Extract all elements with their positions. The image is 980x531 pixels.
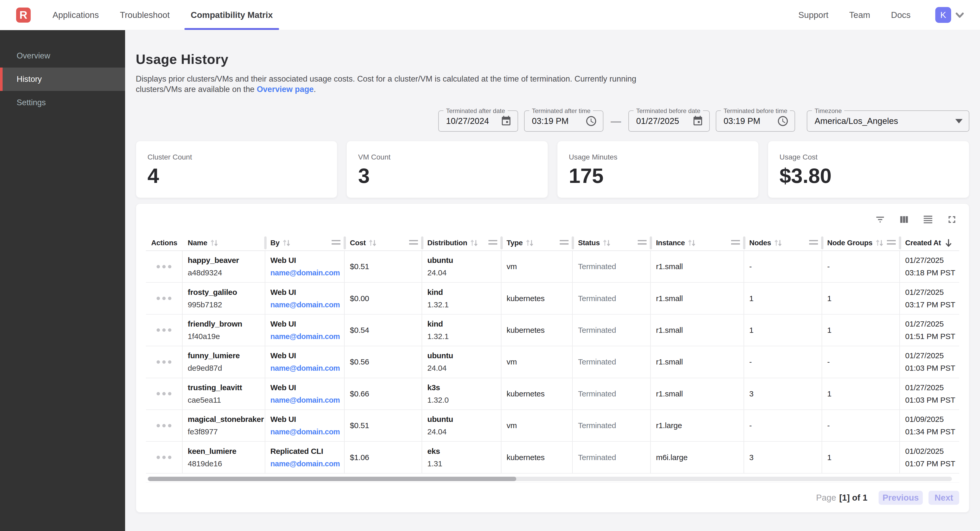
terminated-after-date-field[interactable]: Terminated after date 10/27/2024 xyxy=(438,110,518,132)
created-by-email-link[interactable]: name@domain.com xyxy=(270,426,344,438)
column-menu-icon[interactable] xyxy=(887,240,896,246)
terminated-before-time-value[interactable]: 03:19 PM xyxy=(716,116,760,126)
column-separator[interactable] xyxy=(572,236,574,249)
filter-icon[interactable] xyxy=(874,213,886,226)
sort-icon[interactable] xyxy=(525,238,535,248)
terminated-after-time-value[interactable]: 03:19 PM xyxy=(525,116,568,126)
terminated-before-date-field[interactable]: Terminated before date 01/27/2025 xyxy=(628,110,710,132)
columns-icon[interactable] xyxy=(898,213,910,226)
horizontal-scrollbar-track[interactable] xyxy=(148,477,952,481)
terminated-after-date-value[interactable]: 10/27/2024 xyxy=(439,116,489,126)
cluster-id: 4819de16 xyxy=(188,458,265,470)
column-header-cost[interactable]: Cost xyxy=(345,235,422,250)
calendar-icon[interactable] xyxy=(692,115,703,127)
row-actions-menu-icon[interactable] xyxy=(157,297,172,300)
column-separator[interactable] xyxy=(650,236,652,249)
clock-icon[interactable] xyxy=(585,115,597,127)
column-header-instance[interactable]: Instance xyxy=(651,235,744,250)
column-separator[interactable] xyxy=(264,236,267,249)
sort-icon[interactable] xyxy=(773,238,783,248)
column-header-distribution[interactable]: Distribution xyxy=(422,235,501,250)
fullscreen-icon[interactable] xyxy=(946,213,958,226)
column-header-by[interactable]: By xyxy=(265,235,345,250)
timezone-label: Timezone xyxy=(812,107,844,114)
sidebar-item-settings[interactable]: Settings xyxy=(0,91,125,114)
nav-link-team[interactable]: Team xyxy=(849,10,870,20)
sort-icon[interactable] xyxy=(602,238,612,248)
created-by-email-link[interactable]: name@domain.com xyxy=(270,298,344,311)
nav-tab-troubleshoot[interactable]: Troubleshoot xyxy=(114,0,176,30)
sort-icon[interactable] xyxy=(368,238,378,248)
cell-status: Terminated xyxy=(573,378,651,409)
column-header-actions[interactable]: Actions xyxy=(146,235,183,250)
chevron-down-icon[interactable] xyxy=(955,10,965,20)
sort-icon[interactable] xyxy=(687,238,697,248)
column-header-label: Cost xyxy=(350,239,366,247)
created-by-email-link[interactable]: name@domain.com xyxy=(270,266,344,279)
column-menu-icon[interactable] xyxy=(731,240,740,246)
column-separator[interactable] xyxy=(743,236,745,249)
nav-tab-compatibility-matrix[interactable]: Compatibility Matrix xyxy=(185,0,279,30)
row-actions-menu-icon[interactable] xyxy=(157,328,172,332)
timezone-value[interactable]: America/Los_Angeles xyxy=(807,116,898,126)
terminated-before-time-field[interactable]: Terminated before time 03:19 PM xyxy=(716,110,795,132)
column-menu-icon[interactable] xyxy=(332,240,340,246)
row-actions-menu-icon[interactable] xyxy=(157,265,172,268)
created-by-email-link[interactable]: name@domain.com xyxy=(270,330,344,342)
column-header-name[interactable]: Name xyxy=(183,235,265,250)
nav-link-docs[interactable]: Docs xyxy=(891,10,910,20)
row-actions-menu-icon[interactable] xyxy=(157,424,172,427)
column-header-nodes[interactable]: Nodes xyxy=(744,235,822,250)
sort-icon[interactable] xyxy=(875,238,885,248)
created-by-email-link[interactable]: name@domain.com xyxy=(270,458,344,470)
created-by-email-link[interactable]: name@domain.com xyxy=(270,394,344,406)
density-icon[interactable] xyxy=(922,213,934,226)
column-menu-icon[interactable] xyxy=(638,240,647,246)
column-header-type[interactable]: Type xyxy=(501,235,573,250)
row-actions-menu-icon[interactable] xyxy=(157,392,172,395)
column-header-status[interactable]: Status xyxy=(573,235,651,250)
row-actions-menu-icon[interactable] xyxy=(157,360,172,364)
previous-page-button[interactable]: Previous xyxy=(878,491,923,505)
column-menu-icon[interactable] xyxy=(409,240,418,246)
column-menu-icon[interactable] xyxy=(488,240,497,246)
replicated-logo[interactable]: R xyxy=(16,8,31,22)
timezone-select[interactable]: Timezone America/Los_Angeles xyxy=(807,110,969,132)
row-actions-menu-icon[interactable] xyxy=(157,456,172,459)
avatar[interactable]: K xyxy=(935,7,951,23)
sort-desc-icon[interactable] xyxy=(944,238,953,247)
next-page-button[interactable]: Next xyxy=(929,491,959,505)
clock-icon[interactable] xyxy=(777,115,789,127)
column-separator[interactable] xyxy=(899,236,901,249)
column-separator[interactable] xyxy=(821,236,823,249)
cell-cost: $0.51 xyxy=(345,251,422,282)
horizontal-scrollbar-thumb[interactable] xyxy=(148,477,516,481)
calendar-icon[interactable] xyxy=(500,115,512,127)
select-caret-icon[interactable] xyxy=(955,119,963,124)
cell-cost: $0.51 xyxy=(345,410,422,441)
column-separator[interactable] xyxy=(500,236,503,249)
distribution-version: 1.32.1 xyxy=(427,330,501,342)
column-header-node-groups[interactable]: Node Groups xyxy=(822,235,900,250)
nav-tab-applications[interactable]: Applications xyxy=(46,0,105,30)
nav-link-support[interactable]: Support xyxy=(799,10,829,20)
cell-value-status: Terminated xyxy=(578,262,650,272)
column-menu-icon[interactable] xyxy=(560,240,568,246)
column-menu-icon[interactable] xyxy=(809,240,818,246)
column-separator[interactable] xyxy=(344,236,346,249)
sort-icon[interactable] xyxy=(282,238,291,248)
column-header-created-at[interactable]: Created At xyxy=(900,235,959,250)
column-separator[interactable] xyxy=(421,236,423,249)
terminated-after-time-field[interactable]: Terminated after time 03:19 PM xyxy=(524,110,603,132)
page-label: Page xyxy=(816,493,836,503)
sidebar-item-history[interactable]: History xyxy=(0,68,125,91)
column-header-label: Type xyxy=(507,239,523,247)
cell-name: trusting_leavittcae5ea11 xyxy=(183,378,265,409)
sort-icon[interactable] xyxy=(469,238,479,248)
cell-value-instance: r1.small xyxy=(656,325,744,335)
overview-page-link[interactable]: Overview page xyxy=(257,85,313,94)
sort-icon[interactable] xyxy=(209,238,219,248)
terminated-before-date-value[interactable]: 01/27/2025 xyxy=(629,116,679,126)
sidebar-item-overview[interactable]: Overview xyxy=(0,44,125,68)
created-by-email-link[interactable]: name@domain.com xyxy=(270,362,344,374)
